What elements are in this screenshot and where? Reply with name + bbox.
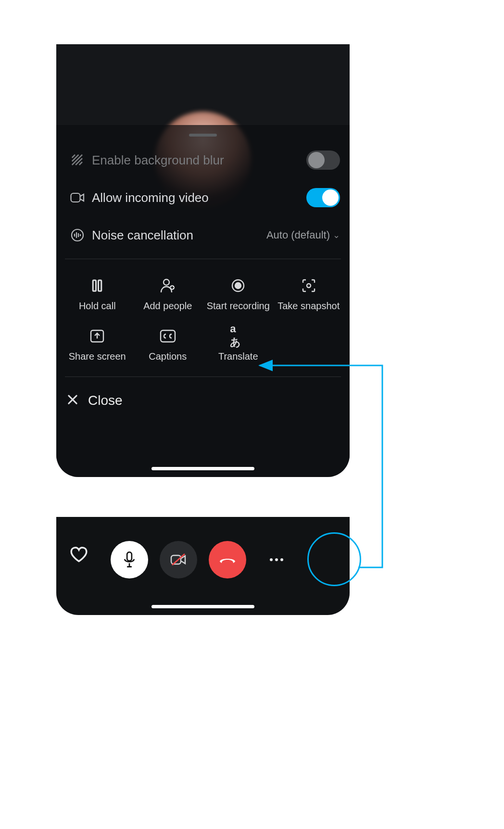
actions-grid: Hold call Add people Start recordin [56,264,350,372]
start-recording-label: Start recording [207,301,270,312]
svg-point-15 [275,558,278,561]
take-snapshot-label: Take snapshot [277,301,340,312]
add-person-icon [160,277,176,294]
camera-off-button[interactable] [160,541,197,578]
translate-icon: aあ [230,328,246,344]
close-label: Close [88,393,123,408]
mic-button[interactable] [111,541,148,578]
video-icon [66,192,89,203]
share-screen-label: Share screen [69,351,126,362]
row-incoming-video[interactable]: Allow incoming video [56,179,350,216]
svg-rect-0 [71,193,80,202]
blur-label: Enable background blur [89,153,306,168]
translate-label: Translate [218,351,258,362]
svg-rect-11 [127,552,132,561]
action-translate[interactable]: aあ Translate [203,328,274,362]
blur-icon [66,153,89,167]
home-indicator [151,467,254,470]
pause-icon [89,277,105,294]
action-captions[interactable]: Captions [133,328,203,362]
svg-point-14 [270,558,273,561]
add-people-label: Add people [143,301,192,312]
svg-rect-3 [99,280,101,291]
svg-point-1 [72,229,83,241]
divider [65,377,341,377]
svg-point-7 [235,283,241,289]
incoming-toggle[interactable] [306,188,340,207]
captions-icon [160,328,176,344]
home-indicator [151,605,254,608]
svg-rect-10 [161,330,175,342]
call-options-sheet: Enable background blur Allow incoming vi… [56,44,350,477]
action-take-snapshot[interactable]: Take snapshot [274,277,344,312]
svg-rect-2 [93,280,96,291]
bottom-sheet: Enable background blur Allow incoming vi… [56,125,350,477]
close-button[interactable]: Close [56,382,350,419]
noise-select[interactable]: Auto (default) ⌄ [266,229,340,241]
more-button[interactable] [258,541,295,578]
close-icon [66,393,79,408]
hangup-button[interactable] [209,541,246,578]
noise-value: Auto (default) [266,229,330,241]
noise-icon [66,228,89,242]
blur-toggle[interactable] [306,151,340,170]
noise-label: Noise cancellation [89,228,266,243]
svg-rect-12 [171,555,181,564]
captions-label: Captions [149,351,187,362]
divider [65,259,341,259]
sheet-grabber[interactable] [189,134,217,137]
svg-point-8 [307,284,311,288]
hold-label: Hold call [79,301,116,312]
chevron-down-icon: ⌄ [333,230,340,240]
share-screen-icon [89,328,105,344]
action-share-screen[interactable]: Share screen [62,328,133,362]
action-hold-call[interactable]: Hold call [62,277,133,312]
record-icon [230,277,246,294]
row-noise-cancellation[interactable]: Noise cancellation Auto (default) ⌄ [56,216,350,254]
snapshot-icon [301,277,317,294]
svg-point-16 [280,558,283,561]
incoming-label: Allow incoming video [89,190,306,205]
call-bar [56,517,350,615]
row-background-blur[interactable]: Enable background blur [56,141,350,179]
action-start-recording[interactable]: Start recording [203,277,274,312]
svg-point-4 [164,279,169,285]
action-add-people[interactable]: Add people [133,277,203,312]
